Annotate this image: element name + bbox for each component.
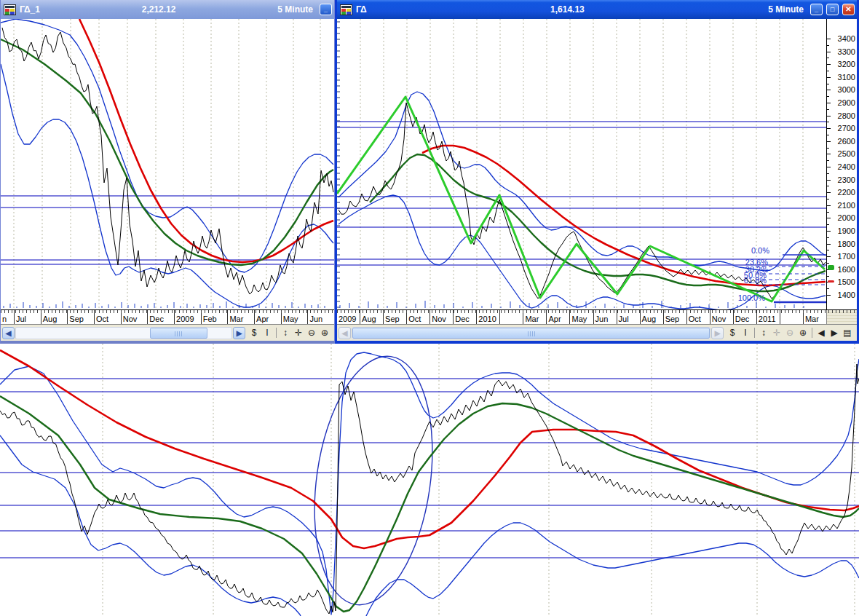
titlebar-gd[interactable]: ΓΔ 1,614.13 5 Minute _ □ ✕ — [337, 0, 857, 19]
y-axis-tick — [827, 128, 831, 129]
window-title: ΓΔ — [356, 4, 367, 15]
y-axis-tick — [827, 64, 831, 65]
y-axis-label: 2200 — [838, 188, 855, 197]
price-chart-gd[interactable]: 0.0%23.6%38.2%50.0%61.8%100.0% — [337, 19, 826, 309]
pan-tool-icon[interactable]: ✛ — [771, 326, 783, 339]
y-axis-label: 2300 — [838, 175, 855, 184]
zoom-out-icon[interactable]: ⊖ — [784, 326, 796, 339]
price-scale-icon[interactable]: $ — [248, 326, 260, 339]
y-axis-tick — [827, 231, 831, 232]
previous-icon[interactable]: ◀ — [815, 326, 827, 339]
y-axis-label: 3200 — [838, 60, 855, 68]
y-axis-minor-tick — [827, 173, 829, 174]
y-axis-price-scale[interactable]: 3400330032003100300029002800270026002500… — [826, 19, 857, 309]
scroll-right-icon[interactable]: ▶ — [711, 327, 724, 339]
next-icon[interactable]: ▶ — [828, 326, 840, 339]
bottom-chart-window[interactable] — [0, 344, 859, 616]
chart-window-icon — [340, 4, 352, 15]
timeframe-label: 5 Minute — [768, 4, 804, 15]
y-axis-minor-tick — [827, 160, 829, 161]
scrollbar-thumb[interactable] — [150, 328, 208, 339]
maximize-button[interactable]: □ — [826, 4, 839, 15]
y-axis-tick — [827, 141, 831, 142]
ma-slow-red-series[interactable] — [79, 19, 333, 262]
scrollbar-track[interactable] — [15, 327, 232, 339]
x-axis-tick-ruler — [337, 310, 857, 313]
y-axis-label: 2500 — [838, 149, 855, 158]
y-axis-tick — [827, 205, 831, 206]
y-axis-tick — [827, 103, 831, 103]
horizontal-scrollbar-gd1: ◀ ▶ $I↕✛⊖⊕ — [1, 325, 334, 341]
y-axis-minor-tick — [827, 84, 829, 84]
y-axis-minor-tick — [827, 58, 829, 58]
chart-window-icon — [4, 4, 16, 15]
y-axis-minor-tick — [827, 45, 829, 46]
x-axis-gd: 2009AugSepOctNovDec2010MarAprMayJunJulAu… — [337, 309, 857, 325]
price-chart-gd1[interactable] — [1, 19, 334, 309]
y-axis-tick — [827, 218, 831, 218]
y-axis-tick — [827, 52, 831, 52]
ma-fast-green-series[interactable] — [1, 39, 333, 265]
y-axis-tick — [827, 180, 831, 181]
scrollbar-track[interactable] — [352, 327, 710, 339]
minimize-button[interactable]: _ — [320, 4, 332, 15]
scrollbar-thumb[interactable] — [352, 328, 710, 339]
scroll-right-icon[interactable]: ▶ — [233, 327, 245, 339]
toolbar-separator — [754, 328, 755, 338]
current-price-marker — [828, 265, 834, 270]
pan-tool-icon[interactable]: ✛ — [293, 326, 304, 339]
y-axis-label: 2800 — [838, 111, 855, 120]
scroll-left-icon[interactable]: ◀ — [2, 327, 15, 339]
y-axis-label: 1900 — [838, 226, 855, 235]
y-axis-minor-tick — [827, 199, 829, 200]
close-button[interactable]: ✕ — [842, 4, 855, 15]
y-axis-tick — [827, 116, 831, 117]
y-axis-label: 2700 — [838, 124, 855, 133]
y-axis-label: 2900 — [838, 98, 855, 107]
y-axis-label: 1700 — [838, 252, 855, 261]
price-line-series[interactable] — [2, 28, 333, 294]
zoom-out-icon[interactable]: ⊖ — [306, 326, 317, 339]
y-axis-label: 1800 — [838, 240, 855, 248]
y-axis-minor-tick — [827, 237, 829, 238]
cursor-tool-icon[interactable]: I — [261, 326, 273, 339]
y-axis-label: 3100 — [838, 73, 855, 82]
scroll-left-icon[interactable]: ◀ — [339, 327, 351, 339]
bollinger-lower-series[interactable] — [1, 64, 333, 307]
previous-close-marker — [828, 280, 834, 283]
y-axis-label: 1400 — [838, 291, 855, 299]
y-axis-minor-tick — [827, 250, 829, 250]
bollinger-upper-series[interactable] — [339, 92, 826, 271]
chart-toolbar-gd: $I↕✛⊖⊕◀▶▤ — [724, 326, 855, 339]
vertical-zoom-icon[interactable]: ↕ — [280, 326, 291, 339]
y-axis-tick — [827, 256, 831, 257]
y-axis-tick — [827, 167, 831, 167]
y-axis-tick — [827, 192, 831, 193]
minimize-button[interactable]: _ — [810, 4, 823, 15]
zoom-in-icon[interactable]: ⊕ — [319, 326, 330, 339]
y-axis-tick — [827, 90, 831, 90]
ellipse-annotation[interactable] — [300, 349, 447, 612]
fib-level-label: 0.0% — [751, 246, 769, 255]
bollinger-lower-series[interactable] — [0, 435, 859, 616]
y-axis-label: 2000 — [838, 213, 855, 222]
y-axis-label: 1600 — [838, 265, 855, 274]
toolbar-separator — [812, 328, 812, 338]
y-axis-minor-tick — [827, 122, 829, 122]
ma-slow-red-series[interactable] — [0, 350, 859, 548]
y-axis-minor-tick — [827, 224, 829, 225]
cursor-tool-icon[interactable]: I — [740, 326, 751, 339]
x-axis-gd1: nJulAugSepOctNovDec2009FebMarAprMayJun — [1, 309, 334, 325]
zoom-in-icon[interactable]: ⊕ — [797, 326, 809, 339]
toolbar-separator — [276, 328, 277, 338]
y-axis-label: 3400 — [838, 34, 855, 43]
price-scale-icon[interactable]: $ — [727, 326, 738, 339]
bollinger-upper-series[interactable] — [1, 19, 333, 272]
data-window-icon[interactable]: ▤ — [842, 326, 853, 339]
vertical-zoom-icon[interactable]: ↕ — [758, 326, 769, 339]
y-axis-label: 1500 — [838, 277, 855, 286]
chart-window-gd1: ΓΔ_1 2,212.12 5 Minute _ nJulAugSepOctNo… — [0, 0, 335, 344]
y-axis-minor-tick — [827, 135, 829, 135]
fib-level-label: 100.0% — [738, 293, 766, 302]
titlebar-gd1[interactable]: ΓΔ_1 2,212.12 5 Minute _ — [1, 0, 334, 19]
